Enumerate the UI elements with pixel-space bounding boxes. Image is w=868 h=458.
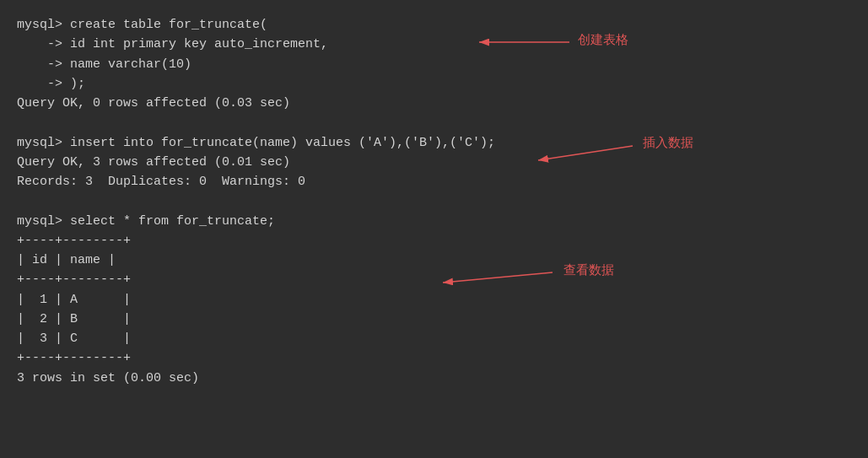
line-17: | 3 | C | xyxy=(17,329,851,348)
line-10 xyxy=(17,191,851,211)
annotation-3: 查看数据 xyxy=(563,261,614,280)
line-2: -> id int primary key auto_increment, xyxy=(17,35,851,54)
line-16: | 2 | B | xyxy=(17,310,851,329)
line-15: | 1 | A | xyxy=(17,290,851,310)
annotation-2: 插入数据 xyxy=(643,133,693,153)
line-4: -> ); xyxy=(17,74,851,94)
line-5: Query OK, 0 rows affected (0.03 sec) xyxy=(17,94,851,113)
line-13: | id | name | xyxy=(17,251,851,270)
line-18: +----+--------+ xyxy=(17,348,851,368)
line-7: mysql> insert into for_truncate(name) va… xyxy=(17,133,851,153)
line-8: Query OK, 3 rows affected (0.01 sec) xyxy=(17,153,851,172)
line-14: +----+--------+ xyxy=(17,270,851,289)
annotation-1: 创建表格 xyxy=(578,30,628,50)
annotation-label-2: 插入数据 xyxy=(643,133,693,153)
line-3: -> name varchar(10) xyxy=(17,55,851,74)
annotation-label-1: 创建表格 xyxy=(578,30,628,50)
annotation-label-3: 查看数据 xyxy=(563,261,614,280)
line-11: mysql> select * from for_truncate; xyxy=(17,212,851,231)
line-19: 3 rows in set (0.00 sec) xyxy=(17,369,851,388)
line-12: +----+--------+ xyxy=(17,231,851,251)
line-1: mysql> create table for_truncate( xyxy=(17,15,851,35)
terminal: mysql> create table for_truncate( -> id … xyxy=(17,15,851,388)
line-9: Records: 3 Duplicates: 0 Warnings: 0 xyxy=(17,172,851,191)
line-6 xyxy=(17,113,851,132)
